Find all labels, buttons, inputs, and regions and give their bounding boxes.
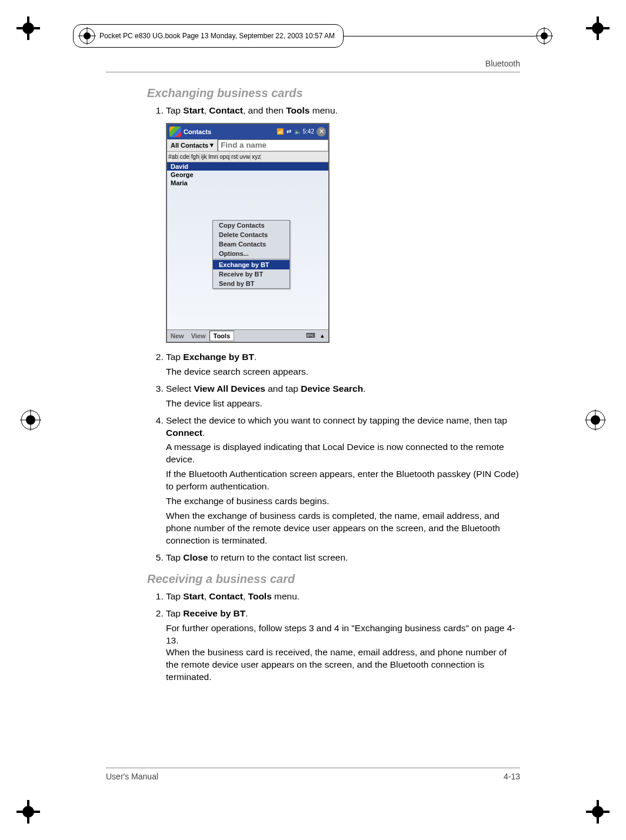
- header-text: Pocket PC e830 UG.book Page 13 Monday, S…: [99, 32, 335, 40]
- menu-item[interactable]: Send by BT: [213, 279, 289, 288]
- menu-item[interactable]: Beam Contacts: [213, 239, 289, 249]
- step-3: Select View All Devices and tap Device S…: [166, 383, 520, 410]
- step-4-p2: If the Bluetooth Authentication screen a…: [166, 468, 520, 493]
- page-body: Bluetooth Exchanging business cards Tap …: [106, 59, 520, 781]
- step-2-sub: The device search screen appears.: [166, 366, 520, 378]
- contact-row[interactable]: George: [167, 171, 328, 179]
- s2-step-2-sub: For further operations, follow steps 3 a…: [166, 622, 520, 684]
- crop-mark-tl: [16, 16, 40, 40]
- header-target-icon: [78, 27, 96, 45]
- crop-mark-br: [586, 800, 610, 824]
- app-title: Contacts: [184, 128, 277, 135]
- running-head: Bluetooth: [106, 59, 520, 72]
- start-flag-icon[interactable]: [169, 126, 181, 137]
- view-button[interactable]: View: [188, 331, 209, 341]
- find-name-input[interactable]: [218, 139, 328, 151]
- menu-item[interactable]: Exchange by BT: [213, 260, 289, 269]
- svg-rect-5: [586, 27, 610, 29]
- menu-item[interactable]: Delete Contacts: [213, 230, 289, 239]
- step-4-p1: A message is displayed indicating that L…: [166, 441, 520, 466]
- alpha-tab[interactable]: rst: [231, 153, 238, 161]
- alpha-tab[interactable]: lmn: [208, 153, 218, 161]
- sync-icon: ⇄: [285, 128, 292, 135]
- pocketpc-screenshot: Contacts 📶 ⇄ 🔈 5:42 ✕ All Contacts ▾ #ab…: [166, 123, 329, 343]
- menu-separator: [213, 259, 289, 259]
- framemaker-header-bar: Pocket PC e830 UG.book Page 13 Monday, S…: [73, 27, 553, 45]
- signal-icon: 📶: [277, 128, 284, 135]
- crop-mark-bl: [16, 800, 40, 824]
- svg-rect-8: [16, 811, 40, 813]
- section-title-exchanging: Exchanging business cards: [147, 86, 520, 100]
- ss-titlebar: Contacts 📶 ⇄ 🔈 5:42 ✕: [167, 124, 328, 139]
- up-arrow-icon[interactable]: ▴: [317, 332, 328, 339]
- keyboard-icon[interactable]: ⌨: [305, 332, 317, 339]
- menu-item[interactable]: Options...: [213, 249, 289, 258]
- alpha-tab[interactable]: #ab: [168, 153, 179, 161]
- footer-right: 4-13: [504, 772, 520, 781]
- alpha-tab[interactable]: fgh: [191, 153, 200, 161]
- menu-item[interactable]: Receive by BT: [213, 269, 289, 279]
- alpha-tab[interactable]: opq: [219, 153, 230, 161]
- step-5: Tap Close to return to the contact list …: [166, 552, 520, 564]
- footer-left: User's Manual: [106, 772, 158, 781]
- step-2: Tap Exchange by BT. The device search sc…: [166, 351, 520, 378]
- new-button[interactable]: New: [167, 331, 188, 341]
- contact-list: DavidGeorgeMaria Copy ContactsDelete Con…: [167, 162, 328, 329]
- all-contacts-dropdown[interactable]: All Contacts ▾: [167, 139, 218, 151]
- header-target-icon-right: [535, 27, 553, 45]
- registration-target-left: [20, 409, 41, 431]
- step-4-p4: When the exchange of business cards is c…: [166, 510, 520, 547]
- contact-row[interactable]: David: [167, 162, 328, 171]
- section-title-receiving: Receiving a business card: [147, 572, 520, 586]
- registration-target-right: [585, 409, 606, 431]
- step-4: Select the device to which you want to c…: [166, 415, 520, 547]
- menu-item[interactable]: Copy Contacts: [213, 221, 289, 230]
- all-contacts-label: All Contacts: [171, 142, 208, 149]
- alpha-tab[interactable]: uvw: [239, 153, 251, 161]
- step-4-p3: The exchange of business cards begins.: [166, 495, 520, 508]
- alpha-tab[interactable]: xyz: [252, 153, 261, 161]
- svg-rect-2: [16, 27, 40, 29]
- contact-row[interactable]: Maria: [167, 179, 328, 187]
- alpha-index: #abcdefghijklmnopqrstuvwxyz: [167, 152, 328, 162]
- header-line: [344, 36, 535, 36]
- bottom-bar: New View Tools ⌨ ▴: [167, 329, 328, 342]
- speaker-icon: 🔈: [294, 128, 301, 135]
- crop-mark-tr: [586, 16, 610, 40]
- step-1: Tap Start, Contact, and then Tools menu.: [166, 105, 520, 117]
- s2-step-2: Tap Receive by BT. For further operation…: [166, 608, 520, 684]
- page-footer: User's Manual 4-13: [106, 768, 520, 781]
- header-oval: Pocket PC e830 UG.book Page 13 Monday, S…: [73, 24, 344, 48]
- alpha-tab[interactable]: cde: [180, 153, 190, 161]
- status-tray: 📶 ⇄ 🔈 5:42: [277, 128, 314, 135]
- tools-button[interactable]: Tools: [209, 331, 235, 341]
- svg-rect-11: [586, 811, 610, 813]
- step-3-sub: The device list appears.: [166, 398, 520, 410]
- close-icon[interactable]: ✕: [317, 127, 326, 136]
- s2-step-1: Tap Start, Contact, Tools menu.: [166, 591, 520, 603]
- alpha-tab[interactable]: ijk: [201, 153, 207, 161]
- tools-menu: Copy ContactsDelete ContactsBeam Contact…: [212, 220, 290, 289]
- clock-text: 5:42: [303, 128, 314, 135]
- chevron-down-icon: ▾: [210, 141, 214, 149]
